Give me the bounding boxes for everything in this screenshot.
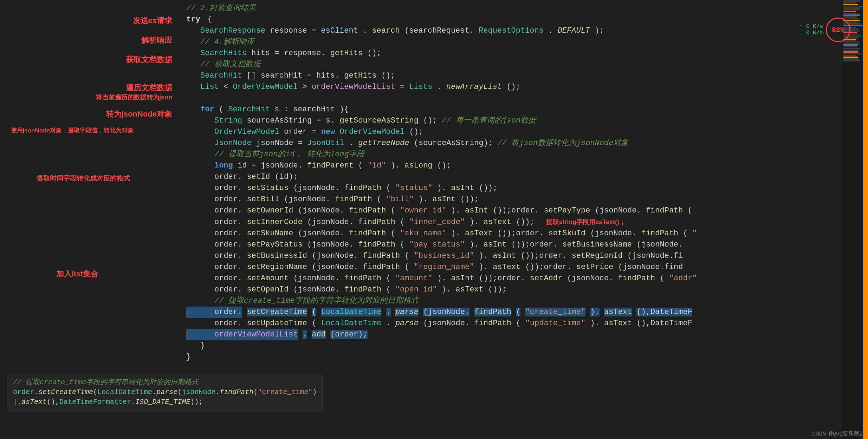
network-up: ↑ 0 K/s	[799, 24, 823, 30]
annotation-panel: 发送es请求 解析响应 获取文档数据 遍历文档数据 将当前遍历的数据转为json…	[0, 0, 179, 439]
annotation-convert-json: 将当前遍历的数据转为json	[96, 93, 172, 101]
inline-annotation-astext: 提取string字段用asText()；	[546, 218, 626, 225]
main-container: 发送es请求 解析响应 获取文档数据 遍历文档数据 将当前遍历的数据转为json…	[0, 0, 868, 439]
percent-circle: 82%	[826, 18, 850, 42]
scroll-indicator[interactable]	[863, 0, 868, 439]
minimap[interactable]	[842, 0, 863, 439]
code-line-set-region-name: order. setRegionName (jsonNode. findPath…	[186, 262, 835, 273]
code-line-close-for: }	[186, 340, 835, 352]
code-line-add-order: orderViewModelList . add (order);	[186, 329, 835, 340]
code-line-try: try {	[186, 14, 835, 25]
annotation-iterate-docs: 遍历文档数据	[126, 83, 172, 93]
network-indicator: ↑ 0 K/s ↓ 0 K/s 82%	[799, 18, 850, 42]
code-popup: // 提取create_time字段的字符串转化为对应的日期格式 order.s…	[7, 374, 323, 411]
annotation-send-es: 发送es请求	[133, 15, 172, 26]
popup-code-line1: order.setCreateTime(LocalDateTime.parse(…	[13, 387, 317, 397]
popup-comment-line: // 提取create_time字段的字符串转化为对应的日期格式	[13, 378, 317, 387]
code-line-source-string: String sourceAsString = s. getSourceAsSt…	[186, 115, 835, 126]
code-line-set-business-id: order. setBusinessId (jsonNode. findPath…	[186, 250, 835, 262]
annotation-add-to-list: 加入list集合	[56, 269, 98, 279]
code-line-list-order: List < OrderViewModel > orderViewModelLi…	[186, 81, 835, 93]
code-line-json-node: JsonNode jsonNode = JsonUtil . getTreeNo…	[186, 138, 835, 149]
code-line-comment-get-doc: // 获取文档数据	[186, 59, 835, 70]
code-line-set-id: order. setId (id);	[186, 171, 835, 183]
annotation-get-doc-data: 获取文档数据	[126, 54, 172, 65]
code-line-search-hit-arr: SearchHit [] searchHit = hits. getHits (…	[186, 70, 835, 81]
annotation-extract-time: 提取时间字段转化成对应的格式	[37, 174, 130, 183]
code-line-set-pay-status: order. setPayStatus (jsonNode. findPath …	[186, 239, 835, 250]
code-line-set-bill: order. setBill (jsonNode. findPath ( "bi…	[186, 194, 835, 205]
code-line-long-id: long id = jsonNode. findParent ( "id" ).…	[186, 160, 835, 171]
code-line-set-create-time: order. setCreateTime ( LocalDateTime . p…	[186, 307, 835, 318]
code-line-for: for ( SearchHit s : searchHit ){	[186, 104, 835, 115]
network-stats: ↑ 0 K/s ↓ 0 K/s	[799, 24, 823, 36]
network-down: ↓ 0 K/s	[799, 30, 823, 36]
code-line-set-amount: order. setAmount (jsonNode. findPath ( "…	[186, 273, 835, 284]
code-line-order-new: OrderViewModel order = new OrderViewMode…	[186, 126, 835, 138]
annotation-parse-response: 解析响应	[141, 35, 172, 46]
code-line-comment1: // 2.封装查询结果	[186, 3, 835, 14]
code-content: // 2.封装查询结果 try { SearchResponse respons…	[179, 3, 842, 363]
code-line-comment-parse: // 4.解析响应	[186, 37, 835, 48]
code-line-search-response: SearchResponse response = esClient . sea…	[186, 25, 835, 37]
code-line-set-inner: order. setInnerCode (jsonNode. findPath …	[186, 216, 835, 228]
code-line-blank1	[186, 93, 835, 104]
code-line-set-status: order. setStatus (jsonNode. findPath ( "…	[186, 183, 835, 194]
popup-code-line2: |.asText(),DateTimeFormatter.ISO_DATE_TI…	[13, 397, 317, 407]
code-line-set-update-time: order. setUpdateTime ( LocalDateTime . p…	[186, 318, 835, 329]
code-line-comment-create-time: // 提取create_time字段的字符串转化为对应的日期格式	[186, 295, 835, 307]
code-line-set-sku: order. setSkuName (jsonNode. findPath ( …	[186, 228, 835, 239]
annotation-to-json-node: 转为jsonNode对象	[106, 109, 172, 119]
code-line-close-try: }	[186, 352, 835, 363]
code-line-comment-id: // 提取当前json的id， 转化为long字段	[186, 149, 835, 160]
annotation-use-json-node: 使用jsonNode对象，提取字段值，转化为对象	[11, 126, 134, 135]
code-panel: // 2.封装查询结果 try { SearchResponse respons…	[179, 0, 842, 439]
bottom-bar: CSDN @QvQ要乐观点	[810, 429, 868, 439]
code-line-set-owner: order. setOwnerId (jsonNode. findPath ( …	[186, 205, 835, 216]
code-line-search-hits: SearchHits hits = response. getHits ();	[186, 48, 835, 59]
code-line-set-open-id: order. setOpenId (jsonNode. findPath ( "…	[186, 284, 835, 295]
